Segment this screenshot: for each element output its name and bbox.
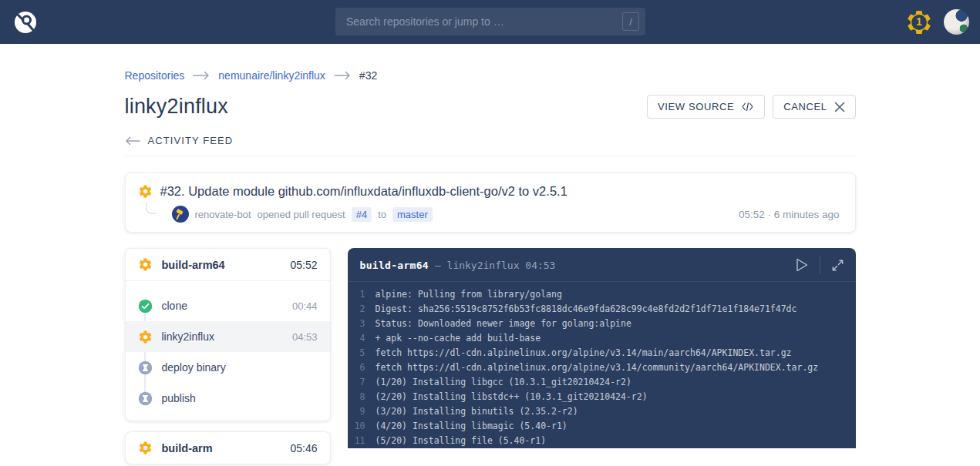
cancel-label: CANCEL [783, 101, 827, 112]
close-icon [834, 102, 845, 112]
step-name: publish [162, 392, 196, 404]
cancel-button[interactable]: CANCEL [773, 95, 855, 119]
console-line: 7 (1/20) Installing libgcc (10.3.1_git20… [348, 375, 856, 390]
search-shortcut-key: / [622, 12, 639, 31]
pending-status-icon [138, 360, 153, 375]
activity-action: opened pull request [258, 209, 345, 220]
fullscreen-expand-icon[interactable] [830, 258, 845, 273]
pipeline-header[interactable]: build-arm64 05:52 [126, 249, 330, 280]
code-icon [741, 101, 754, 112]
running-builds-badge[interactable]: 1 [905, 8, 933, 36]
build-activity-card[interactable]: #32. Update module github.com/influxdata… [125, 173, 856, 233]
pipeline-step[interactable]: clone 00:44 [126, 290, 330, 321]
running-status-icon [138, 330, 153, 344]
breadcrumb-item[interactable]: nemunaire/linky2influx [218, 69, 325, 82]
console-line-text: (5/20) Installing file (5.40-r1) [375, 434, 547, 448]
console-line: 8 (2/20) Installing libstdc++ (10.3.1_gi… [348, 390, 856, 404]
running-status-icon [138, 441, 153, 455]
console-line-number: 1 [348, 287, 375, 302]
console-line: 1 alpine: Pulling from library/golang [348, 287, 856, 302]
connector-elbow [146, 203, 156, 214]
build-running-gear-icon [138, 183, 153, 199]
build-title: #32. Update module github.com/influxdata… [160, 184, 567, 199]
console-line-text: + apk --no-cache add build-base [375, 331, 541, 346]
view-source-button[interactable]: VIEW SOURCE [647, 95, 765, 119]
console-line-number: 9 [348, 404, 375, 419]
page-title: linky2influx [125, 95, 228, 119]
console-line-text: Status: Downloaded newer image for golan… [375, 317, 631, 331]
renovate-bot-avatar [172, 206, 189, 223]
console-line: 6 fetch https://dl-cdn.alpinelinux.org/a… [348, 360, 856, 375]
pipeline-step[interactable]: publish [126, 383, 330, 414]
activity-to-label: to [378, 209, 386, 220]
console-line-number: 3 [348, 317, 375, 331]
activity-author: renovate-bot [195, 209, 251, 220]
console-line: 2 Digest: sha256:5519c8752f6b53fc8818dc4… [348, 302, 856, 317]
step-name: clone [162, 300, 187, 312]
console-line-number: 5 [348, 346, 375, 360]
pipeline-step[interactable]: linky2influx 04:53 [126, 321, 330, 352]
console-line-number: 2 [348, 302, 375, 317]
app-logo-icon[interactable] [11, 8, 40, 37]
search-input[interactable] [346, 15, 622, 28]
user-avatar[interactable] [944, 9, 969, 35]
console-step-info: – linky2influx 04:53 [435, 260, 556, 271]
console-line-number: 10 [348, 419, 375, 434]
console-line: 4 + apk --no-cache add build-base [348, 331, 856, 346]
breadcrumb-arrow-icon [193, 71, 210, 80]
console-line-text: (3/20) Installing binutils (2.35.2-r2) [375, 404, 578, 419]
step-time: 00:44 [292, 300, 318, 312]
branch-chip[interactable]: master [392, 207, 433, 222]
pending-status-icon [138, 391, 153, 406]
console-line-text: Digest: sha256:5519c8752f6b53fc8818dc46e… [375, 302, 797, 317]
step-name: deploy binary [162, 361, 226, 374]
section-divider [125, 156, 856, 156]
console-line: 3 Status: Downloaded newer image for gol… [348, 317, 856, 331]
console-line: 10 (4/20) Installing libmagic (5.40-r1) [348, 419, 856, 434]
console-line-text: (1/20) Installing libgcc (10.3.1_git2021… [375, 375, 631, 390]
pipeline-name: build-arm64 [162, 259, 225, 271]
pipeline-time: 05:52 [290, 259, 317, 271]
console-actions-divider [820, 256, 820, 274]
console-line-number: 7 [348, 375, 375, 390]
console-line-number: 6 [348, 360, 375, 375]
arrow-left-icon [125, 136, 140, 146]
activity-timestamp: 05:52 · 6 minutes ago [739, 209, 840, 220]
console-line-text: fetch https://dl-cdn.alpinelinux.org/alp… [375, 346, 792, 360]
console-line-text: alpine: Pulling from library/golang [375, 287, 562, 302]
running-status-icon [138, 257, 153, 272]
console-panel: build-arm64 – linky2influx 04:53 [348, 248, 856, 448]
breadcrumb-arrow-icon [334, 71, 351, 80]
search-box[interactable]: / [335, 8, 645, 35]
console-line-number: 4 [348, 331, 375, 346]
console-log-output: 1 alpine: Pulling from library/golang 2 … [348, 282, 856, 448]
console-line: 11 (5/20) Installing file (5.40-r1) [348, 434, 856, 448]
console-line: 9 (3/20) Installing binutils (2.35.2-r2) [348, 404, 856, 419]
console-pipeline-name: build-arm64 [360, 260, 429, 271]
console-line: 5 fetch https://dl-cdn.alpinelinux.org/a… [348, 346, 856, 360]
pipeline-card: build-arm 05:46 [125, 431, 331, 464]
console-line-text: fetch https://dl-cdn.alpinelinux.org/alp… [375, 360, 819, 375]
pipeline-time: 05:46 [290, 442, 317, 454]
console-line-text: (2/20) Installing libstdc++ (10.3.1_git2… [375, 390, 648, 404]
pipeline-header[interactable]: build-arm 05:46 [126, 432, 330, 464]
pr-number-chip[interactable]: #4 [352, 207, 372, 222]
running-builds-count: 1 [905, 8, 933, 36]
step-time: 04:53 [292, 331, 318, 343]
breadcrumb-item: #32 [359, 69, 377, 82]
pipeline-sidebar: build-arm64 05:52 clone 00:44 linky2infl… [125, 248, 331, 464]
console-line-text: (4/20) Installing libmagic (5.40-r1) [375, 419, 567, 434]
pipeline-step[interactable]: deploy binary [126, 352, 330, 383]
navbar: / 1 [0, 0, 980, 44]
view-source-label: VIEW SOURCE [658, 101, 734, 112]
pipeline-card: build-arm64 05:52 clone 00:44 linky2infl… [125, 248, 331, 421]
console-header: build-arm64 – linky2influx 04:53 [348, 248, 856, 282]
follow-logs-play-icon[interactable] [791, 256, 810, 274]
breadcrumb: Repositoriesnemunaire/linky2influx#32 [125, 69, 856, 82]
pipeline-steps-list: clone 00:44 linky2influx 04:53 deploy bi… [126, 280, 330, 421]
step-name: linky2influx [162, 330, 214, 343]
console-line-number: 11 [348, 434, 375, 448]
activity-feed-back-link[interactable]: ACTIVITY FEED [125, 135, 856, 146]
breadcrumb-item[interactable]: Repositories [125, 69, 185, 82]
activity-feed-label: ACTIVITY FEED [148, 135, 234, 146]
